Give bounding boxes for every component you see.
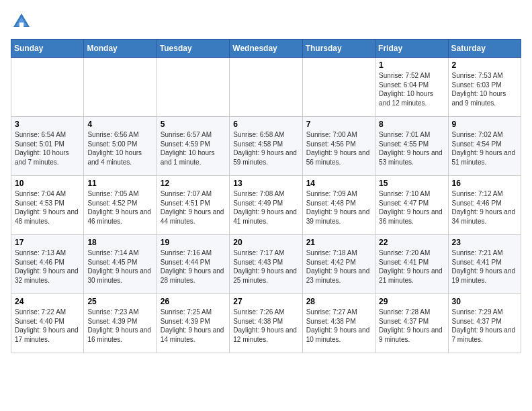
day-info: Sunrise: 7:05 AM Sunset: 4:52 PM Dayligh… <box>87 189 152 226</box>
week-row-3: 17Sunrise: 7:13 AM Sunset: 4:46 PM Dayli… <box>11 235 521 294</box>
day-number: 21 <box>306 238 371 247</box>
day-info: Sunrise: 7:17 AM Sunset: 4:43 PM Dayligh… <box>233 248 298 285</box>
day-info: Sunrise: 7:12 AM Sunset: 4:46 PM Dayligh… <box>452 189 517 226</box>
calendar-cell: 29Sunrise: 7:28 AM Sunset: 4:37 PM Dayli… <box>375 294 448 353</box>
day-info: Sunrise: 7:26 AM Sunset: 4:38 PM Dayligh… <box>233 308 298 344</box>
calendar-cell: 21Sunrise: 7:18 AM Sunset: 4:42 PM Dayli… <box>302 235 375 294</box>
calendar-cell: 17Sunrise: 7:13 AM Sunset: 4:46 PM Dayli… <box>11 235 84 294</box>
day-number: 1 <box>379 60 444 70</box>
week-row-1: 3Sunrise: 6:54 AM Sunset: 5:01 PM Daylig… <box>11 117 521 176</box>
day-info: Sunrise: 7:13 AM Sunset: 4:46 PM Dayligh… <box>15 248 80 285</box>
day-info: Sunrise: 7:04 AM Sunset: 4:53 PM Dayligh… <box>15 189 80 226</box>
day-number: 2 <box>452 60 517 70</box>
day-info: Sunrise: 7:21 AM Sunset: 4:41 PM Dayligh… <box>452 248 517 285</box>
day-info: Sunrise: 7:01 AM Sunset: 4:55 PM Dayligh… <box>379 130 444 167</box>
day-info: Sunrise: 7:02 AM Sunset: 4:54 PM Dayligh… <box>452 130 517 167</box>
calendar-cell: 10Sunrise: 7:04 AM Sunset: 4:53 PM Dayli… <box>11 176 84 235</box>
day-info: Sunrise: 7:52 AM Sunset: 6:04 PM Dayligh… <box>379 71 444 107</box>
calendar-cell: 12Sunrise: 7:07 AM Sunset: 4:51 PM Dayli… <box>157 176 229 235</box>
calendar-cell: 15Sunrise: 7:10 AM Sunset: 4:47 PM Dayli… <box>375 176 448 235</box>
day-number: 10 <box>15 179 80 188</box>
day-number: 22 <box>379 238 444 247</box>
calendar-cell: 6Sunrise: 6:58 AM Sunset: 4:58 PM Daylig… <box>230 117 302 176</box>
calendar-cell <box>84 58 157 117</box>
day-number: 14 <box>306 179 371 188</box>
calendar-cell <box>157 58 229 117</box>
day-info: Sunrise: 7:08 AM Sunset: 4:49 PM Dayligh… <box>233 189 298 226</box>
day-number: 20 <box>233 238 298 247</box>
day-info: Sunrise: 7:28 AM Sunset: 4:37 PM Dayligh… <box>379 308 444 344</box>
calendar-cell: 14Sunrise: 7:09 AM Sunset: 4:48 PM Dayli… <box>302 176 375 235</box>
day-number: 30 <box>452 297 517 306</box>
day-info: Sunrise: 7:23 AM Sunset: 4:39 PM Dayligh… <box>87 308 152 344</box>
day-info: Sunrise: 7:14 AM Sunset: 4:45 PM Dayligh… <box>87 248 152 285</box>
weekday-header-row: SundayMondayTuesdayWednesdayThursdayFrid… <box>11 40 521 58</box>
calendar-cell: 9Sunrise: 7:02 AM Sunset: 4:54 PM Daylig… <box>448 117 521 176</box>
day-number: 11 <box>87 179 152 188</box>
day-number: 25 <box>87 297 152 306</box>
calendar-cell: 27Sunrise: 7:26 AM Sunset: 4:38 PM Dayli… <box>230 294 302 353</box>
calendar-cell <box>230 58 302 117</box>
calendar-cell: 1Sunrise: 7:52 AM Sunset: 6:04 PM Daylig… <box>375 58 448 117</box>
day-number: 17 <box>15 238 80 247</box>
day-number: 29 <box>379 297 444 306</box>
calendar-cell: 19Sunrise: 7:16 AM Sunset: 4:44 PM Dayli… <box>157 235 229 294</box>
day-number: 16 <box>452 179 517 188</box>
day-info: Sunrise: 7:09 AM Sunset: 4:48 PM Dayligh… <box>306 189 371 226</box>
day-info: Sunrise: 7:16 AM Sunset: 4:44 PM Dayligh… <box>161 248 226 285</box>
day-info: Sunrise: 7:29 AM Sunset: 4:37 PM Dayligh… <box>452 308 517 344</box>
day-number: 4 <box>87 120 152 129</box>
day-number: 18 <box>87 238 152 247</box>
calendar-cell: 28Sunrise: 7:27 AM Sunset: 4:38 PM Dayli… <box>302 294 375 353</box>
calendar-cell <box>302 58 375 117</box>
calendar-cell: 25Sunrise: 7:23 AM Sunset: 4:39 PM Dayli… <box>84 294 157 353</box>
day-info: Sunrise: 7:00 AM Sunset: 4:56 PM Dayligh… <box>306 130 371 167</box>
day-number: 19 <box>161 238 226 247</box>
calendar-cell: 24Sunrise: 7:22 AM Sunset: 4:40 PM Dayli… <box>11 294 84 353</box>
day-info: Sunrise: 7:18 AM Sunset: 4:42 PM Dayligh… <box>306 248 371 285</box>
week-row-0: 1Sunrise: 7:52 AM Sunset: 6:04 PM Daylig… <box>11 58 521 117</box>
day-number: 24 <box>15 297 80 306</box>
calendar-cell: 16Sunrise: 7:12 AM Sunset: 4:46 PM Dayli… <box>448 176 521 235</box>
day-number: 3 <box>15 120 80 129</box>
day-number: 27 <box>233 297 298 306</box>
day-info: Sunrise: 6:56 AM Sunset: 5:00 PM Dayligh… <box>87 130 152 167</box>
day-info: Sunrise: 7:53 AM Sunset: 6:03 PM Dayligh… <box>452 71 517 107</box>
week-row-4: 24Sunrise: 7:22 AM Sunset: 4:40 PM Dayli… <box>11 294 521 353</box>
day-info: Sunrise: 7:20 AM Sunset: 4:41 PM Dayligh… <box>379 248 444 285</box>
weekday-header-friday: Friday <box>375 40 448 58</box>
logo <box>11 11 35 32</box>
day-info: Sunrise: 7:27 AM Sunset: 4:38 PM Dayligh… <box>306 308 371 344</box>
day-number: 6 <box>233 120 298 129</box>
day-number: 26 <box>161 297 226 306</box>
day-number: 8 <box>379 120 444 129</box>
weekday-header-tuesday: Tuesday <box>157 40 229 58</box>
calendar-cell: 2Sunrise: 7:53 AM Sunset: 6:03 PM Daylig… <box>448 58 521 117</box>
calendar-cell <box>11 58 84 117</box>
day-info: Sunrise: 7:25 AM Sunset: 4:39 PM Dayligh… <box>161 308 226 344</box>
header <box>11 11 521 32</box>
day-info: Sunrise: 6:57 AM Sunset: 4:59 PM Dayligh… <box>161 130 226 167</box>
calendar-cell: 26Sunrise: 7:25 AM Sunset: 4:39 PM Dayli… <box>157 294 229 353</box>
calendar-cell: 5Sunrise: 6:57 AM Sunset: 4:59 PM Daylig… <box>157 117 229 176</box>
calendar-cell: 30Sunrise: 7:29 AM Sunset: 4:37 PM Dayli… <box>448 294 521 353</box>
day-number: 5 <box>161 120 226 129</box>
day-info: Sunrise: 7:07 AM Sunset: 4:51 PM Dayligh… <box>161 189 226 226</box>
calendar-cell: 22Sunrise: 7:20 AM Sunset: 4:41 PM Dayli… <box>375 235 448 294</box>
calendar-cell: 3Sunrise: 6:54 AM Sunset: 5:01 PM Daylig… <box>11 117 84 176</box>
week-row-2: 10Sunrise: 7:04 AM Sunset: 4:53 PM Dayli… <box>11 176 521 235</box>
day-info: Sunrise: 6:54 AM Sunset: 5:01 PM Dayligh… <box>15 130 80 167</box>
day-number: 15 <box>379 179 444 188</box>
day-info: Sunrise: 7:10 AM Sunset: 4:47 PM Dayligh… <box>379 189 444 226</box>
day-info: Sunrise: 7:22 AM Sunset: 4:40 PM Dayligh… <box>15 308 80 344</box>
calendar-cell: 23Sunrise: 7:21 AM Sunset: 4:41 PM Dayli… <box>448 235 521 294</box>
day-info: Sunrise: 6:58 AM Sunset: 4:58 PM Dayligh… <box>233 130 298 167</box>
calendar-table: SundayMondayTuesdayWednesdayThursdayFrid… <box>11 39 521 353</box>
calendar-cell: 7Sunrise: 7:00 AM Sunset: 4:56 PM Daylig… <box>302 117 375 176</box>
weekday-header-monday: Monday <box>84 40 157 58</box>
calendar-cell: 11Sunrise: 7:05 AM Sunset: 4:52 PM Dayli… <box>84 176 157 235</box>
day-number: 9 <box>452 120 517 129</box>
logo-icon <box>11 11 32 32</box>
day-number: 12 <box>161 179 226 188</box>
calendar-cell: 4Sunrise: 6:56 AM Sunset: 5:00 PM Daylig… <box>84 117 157 176</box>
